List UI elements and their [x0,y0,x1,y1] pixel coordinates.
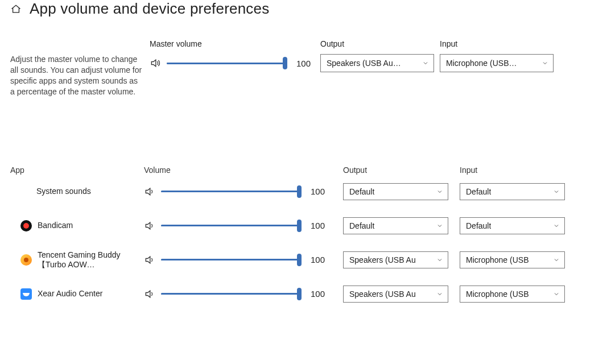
app-volume-value: 100 [311,187,329,196]
master-volume-value: 100 [296,59,315,68]
chevron-down-icon [436,257,443,263]
speaker-icon [144,254,155,266]
app-name: Bandicam [38,221,73,230]
apps-header-output: Output [343,166,448,175]
app-name: Tencent Gaming Buddy【Turbo AOW… [38,250,133,270]
app-row: Tencent Gaming Buddy【Turbo AOW…100Speake… [10,243,601,277]
master-volume-slider[interactable]: 100 [150,54,315,72]
master-volume-label: Master volume [150,39,315,48]
app-row: Bandicam100DefaultDefault [10,209,601,243]
apps-header-input: Input [460,166,565,175]
app-output-dropdown[interactable]: Speakers (USB Au [343,251,448,268]
chevron-down-icon [436,222,443,229]
app-input-dropdown[interactable]: Microphone (USB [460,286,565,303]
master-output-dropdown[interactable]: Speakers (USB Au… [320,54,434,72]
chevron-down-icon [436,188,443,195]
app-icon-tencent [20,254,32,266]
master-description: Adjust the master volume to change all s… [10,54,144,97]
app-name: Xear Audio Center [38,289,102,299]
chevron-down-icon [542,60,548,67]
master-input-dropdown[interactable]: Microphone (USB… [440,54,554,72]
app-volume-slider[interactable]: 100 [144,288,332,300]
app-volume-slider[interactable]: 100 [144,254,332,266]
app-volume-slider[interactable]: 100 [144,186,332,197]
page-title: App volume and device preferences [30,0,269,18]
master-output-label: Output [320,39,434,48]
app-volume-value: 100 [311,221,329,230]
app-input-dropdown[interactable]: Default [460,217,565,234]
speaker-icon [150,57,161,69]
chevron-down-icon [553,257,560,263]
speaker-icon [144,288,155,300]
apps-header-app: App [10,166,133,175]
speaker-icon [144,186,155,197]
app-row: Xear Audio Center100Speakers (USB AuMicr… [10,277,601,311]
app-icon-xear [20,288,32,300]
app-volume-value: 100 [311,255,329,264]
app-output-dropdown[interactable]: Default [343,217,448,234]
app-volume-slider[interactable]: 100 [144,220,332,231]
app-row: System sounds100DefaultDefault [10,175,601,209]
app-input-dropdown[interactable]: Default [460,183,565,200]
app-icon-bandicam [20,220,32,231]
chevron-down-icon [422,60,429,67]
app-output-dropdown[interactable]: Default [343,183,448,200]
speaker-icon [144,220,155,231]
app-input-dropdown[interactable]: Microphone (USB [460,251,565,268]
app-volume-value: 100 [311,289,329,299]
app-output-dropdown[interactable]: Speakers (USB Au [343,286,448,303]
chevron-down-icon [553,222,560,229]
master-input-label: Input [440,39,554,48]
home-icon[interactable] [10,3,22,15]
chevron-down-icon [553,188,560,195]
app-name: System sounds [36,187,91,196]
apps-header-volume: Volume [144,166,332,175]
chevron-down-icon [553,291,560,297]
chevron-down-icon [436,291,443,297]
